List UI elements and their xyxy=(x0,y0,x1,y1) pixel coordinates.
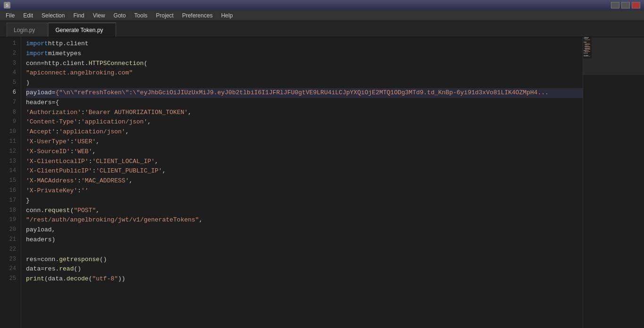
line-num-23: 23 xyxy=(5,255,16,265)
line-num-19: 19 xyxy=(5,215,16,225)
token-plain: ( xyxy=(70,206,74,216)
minimize-button[interactable] xyxy=(611,2,619,8)
code-line-19: "/rest/auth/angelbroking/jwt/v1/generate… xyxy=(26,215,583,225)
token-plain: ( xyxy=(89,274,92,284)
token-plain: , xyxy=(96,206,100,216)
menu-item-goto[interactable]: Goto xyxy=(110,11,130,20)
tab-label-generate-token: Generate Token.py xyxy=(55,27,103,33)
tab-login[interactable]: Login.py xyxy=(7,23,48,37)
menu-item-view[interactable]: View xyxy=(89,11,109,20)
line-numbers: 1234567891011121314151617181920212223242… xyxy=(0,37,21,328)
menu-item-file[interactable]: File xyxy=(2,11,18,20)
token-str: 'X-ClientPublicIP' xyxy=(26,166,92,176)
token-plain: { xyxy=(55,98,59,108)
token-op: = xyxy=(52,98,56,108)
menu-item-edit[interactable]: Edit xyxy=(19,11,37,20)
code-line-2: import mimetypes xyxy=(26,49,583,59)
token-kw: import xyxy=(26,49,48,59)
code-line-1: import http.client xyxy=(26,39,583,49)
token-plain: data xyxy=(26,264,41,274)
line-num-24: 24 xyxy=(5,264,16,274)
line-num-6: 6 xyxy=(5,88,16,98)
token-plain: , xyxy=(199,215,203,225)
line-num-4: 4 xyxy=(5,68,16,78)
close-button[interactable] xyxy=(632,2,640,8)
maximize-button[interactable] xyxy=(621,2,630,8)
code-line-14: 'X-ClientPublicIP': 'CLIENT_PUBLIC_IP', xyxy=(26,166,583,176)
menu-item-project[interactable]: Project xyxy=(152,11,177,20)
token-plain: conn xyxy=(26,59,41,69)
token-kw: import xyxy=(26,39,48,49)
token-op: = xyxy=(41,59,44,69)
tab-bar: Login.py Generate Token.py xyxy=(0,21,644,37)
menu-bar: FileEditSelectionFindViewGotoToolsProjec… xyxy=(0,10,644,21)
token-plain: ( xyxy=(144,59,148,69)
line-num-2: 2 xyxy=(5,49,16,59)
code-line-7: headers = { xyxy=(26,98,583,108)
token-fn: read xyxy=(59,264,74,274)
line-num-8: 8 xyxy=(5,108,16,118)
tab-label-login: Login.py xyxy=(14,27,35,33)
token-plain: )) xyxy=(118,274,125,284)
code-line-13: 'X-ClientLocalIP': 'CLIENT_LOCAL_IP', xyxy=(26,157,583,167)
token-plain: : xyxy=(55,127,59,137)
token-str: 'application/json' xyxy=(81,117,147,127)
token-plain: : xyxy=(77,186,81,196)
token-plain: res xyxy=(26,255,37,265)
line-num-18: 18 xyxy=(5,206,16,216)
line-num-20: 20 xyxy=(5,225,16,235)
code-line-8: 'Authorization': 'Bearer AUTHORIZATION_T… xyxy=(26,108,583,118)
line-num-9: 9 xyxy=(5,117,16,127)
token-fn: decode xyxy=(67,274,89,284)
editor: 1234567891011121314151617181920212223242… xyxy=(0,37,644,328)
tab-nav[interactable] xyxy=(0,21,7,37)
token-plain: headers xyxy=(26,98,52,108)
token-plain: () xyxy=(74,264,81,274)
window-controls[interactable] xyxy=(611,2,640,8)
title-bar-left: S xyxy=(4,2,13,8)
token-plain: : xyxy=(81,108,85,118)
code-line-20: payload, xyxy=(26,225,583,235)
app-icon: S xyxy=(4,2,10,8)
token-plain: : xyxy=(70,147,74,157)
token-plain: : xyxy=(77,176,81,186)
menu-item-selection[interactable]: Selection xyxy=(38,11,68,20)
menu-item-tools[interactable]: Tools xyxy=(131,11,151,20)
code-line-17: } xyxy=(26,196,583,206)
line-num-10: 10 xyxy=(5,127,16,137)
token-plain: : xyxy=(89,157,92,167)
tab-generate-token[interactable]: Generate Token.py xyxy=(48,23,116,37)
code-line-15: 'X-MACAddress': 'MAC_ADDRESS', xyxy=(26,176,583,186)
token-plain: (data. xyxy=(44,274,67,284)
code-line-18: conn.request("POST", xyxy=(26,206,583,216)
line-num-12: 12 xyxy=(5,147,16,157)
tab-dropdown[interactable] xyxy=(635,21,644,37)
minimap-highlight xyxy=(583,37,644,75)
title-bar: S xyxy=(0,0,644,10)
menu-item-find[interactable]: Find xyxy=(69,11,88,20)
token-str: 'Content-Type' xyxy=(26,117,77,127)
line-num-7: 7 xyxy=(5,98,16,108)
line-num-21: 21 xyxy=(5,235,16,245)
menu-item-help[interactable]: Help xyxy=(217,11,237,20)
token-plain: () xyxy=(100,255,107,265)
code-line-4: "apiconnect.angelbroking.com" xyxy=(26,68,583,78)
token-plain: : xyxy=(77,117,81,127)
code-area[interactable]: import http.clientimport mimetypesconn =… xyxy=(21,37,583,328)
menu-item-preferences[interactable]: Preferences xyxy=(178,11,217,20)
code-line-21: headers) xyxy=(26,235,583,245)
code-line-10: 'Accept': 'application/json', xyxy=(26,127,583,137)
line-num-3: 3 xyxy=(5,59,16,69)
token-plain: , xyxy=(125,127,129,137)
line-num-14: 14 xyxy=(5,166,16,176)
token-plain: conn. xyxy=(26,206,44,216)
code-line-9: 'Content-Type': 'application/json', xyxy=(26,117,583,127)
line-num-1: 1 xyxy=(5,39,16,49)
code-line-22 xyxy=(26,245,583,255)
minimap xyxy=(583,37,644,328)
token-plain: payload xyxy=(26,88,52,98)
token-plain: , xyxy=(96,137,100,147)
token-plain: : xyxy=(92,166,96,176)
token-str: 'X-SourceID' xyxy=(26,147,70,157)
token-fn: print xyxy=(26,274,44,284)
